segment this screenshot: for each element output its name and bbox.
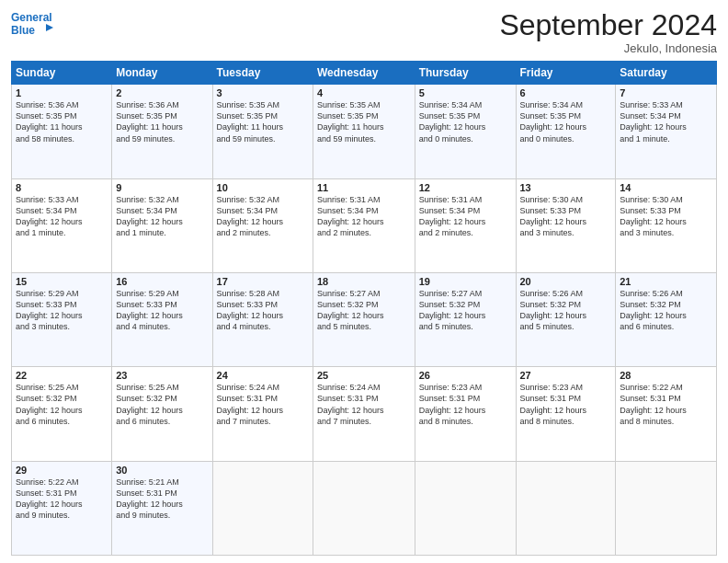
day-info: Sunrise: 5:35 AM Sunset: 5:35 PM Dayligh… bbox=[217, 99, 309, 144]
day-info: Sunrise: 5:35 AM Sunset: 5:35 PM Dayligh… bbox=[317, 99, 411, 144]
day-info: Sunrise: 5:23 AM Sunset: 5:31 PM Dayligh… bbox=[520, 382, 612, 427]
day-info: Sunrise: 5:32 AM Sunset: 5:34 PM Dayligh… bbox=[116, 194, 208, 239]
day-cell: 1Sunrise: 5:36 AM Sunset: 5:35 PM Daylig… bbox=[12, 85, 112, 178]
day-cell: 30Sunrise: 5:21 AM Sunset: 5:31 PM Dayli… bbox=[112, 461, 212, 555]
day-number: 8 bbox=[16, 182, 108, 193]
day-number: 13 bbox=[520, 182, 612, 193]
day-info: Sunrise: 5:34 AM Sunset: 5:35 PM Dayligh… bbox=[520, 99, 612, 144]
day-info: Sunrise: 5:27 AM Sunset: 5:32 PM Dayligh… bbox=[419, 288, 512, 333]
day-cell: 4Sunrise: 5:35 AM Sunset: 5:35 PM Daylig… bbox=[313, 85, 415, 178]
day-number: 12 bbox=[419, 182, 512, 193]
day-cell: 17Sunrise: 5:28 AM Sunset: 5:33 PM Dayli… bbox=[212, 272, 313, 366]
day-number: 25 bbox=[317, 370, 411, 381]
day-cell: 6Sunrise: 5:34 AM Sunset: 5:35 PM Daylig… bbox=[516, 85, 616, 178]
day-cell: 2Sunrise: 5:36 AM Sunset: 5:35 PM Daylig… bbox=[112, 85, 212, 178]
day-number: 26 bbox=[419, 370, 512, 381]
day-cell: 20Sunrise: 5:26 AM Sunset: 5:32 PM Dayli… bbox=[516, 272, 616, 366]
day-number: 22 bbox=[16, 370, 108, 381]
logo-svg: General Blue bbox=[11, 9, 57, 44]
day-info: Sunrise: 5:28 AM Sunset: 5:33 PM Dayligh… bbox=[217, 288, 309, 333]
day-cell: 5Sunrise: 5:34 AM Sunset: 5:35 PM Daylig… bbox=[415, 85, 516, 178]
day-cell: 27Sunrise: 5:23 AM Sunset: 5:31 PM Dayli… bbox=[516, 367, 616, 461]
day-info: Sunrise: 5:26 AM Sunset: 5:32 PM Dayligh… bbox=[620, 288, 712, 333]
day-cell: 18Sunrise: 5:27 AM Sunset: 5:32 PM Dayli… bbox=[313, 272, 415, 366]
week-row-2: 8Sunrise: 5:33 AM Sunset: 5:34 PM Daylig… bbox=[12, 178, 717, 272]
weekday-wednesday: Wednesday bbox=[313, 62, 415, 85]
day-cell bbox=[516, 461, 616, 555]
title-block: September 2024 Jekulo, Indonesia bbox=[499, 9, 717, 55]
day-cell bbox=[212, 461, 313, 555]
day-number: 2 bbox=[116, 87, 208, 98]
weekday-tuesday: Tuesday bbox=[212, 62, 313, 85]
day-number: 1 bbox=[16, 87, 108, 98]
day-info: Sunrise: 5:25 AM Sunset: 5:32 PM Dayligh… bbox=[116, 382, 208, 427]
week-row-4: 22Sunrise: 5:25 AM Sunset: 5:32 PM Dayli… bbox=[12, 367, 717, 461]
day-info: Sunrise: 5:25 AM Sunset: 5:32 PM Dayligh… bbox=[16, 382, 108, 427]
weekday-header-row: SundayMondayTuesdayWednesdayThursdayFrid… bbox=[12, 62, 717, 85]
header: General Blue September 2024 Jekulo, Indo… bbox=[11, 9, 717, 55]
day-cell: 26Sunrise: 5:23 AM Sunset: 5:31 PM Dayli… bbox=[415, 367, 516, 461]
day-cell: 28Sunrise: 5:22 AM Sunset: 5:31 PM Dayli… bbox=[616, 367, 717, 461]
day-cell bbox=[313, 461, 415, 555]
page: General Blue September 2024 Jekulo, Indo… bbox=[0, 0, 728, 563]
calendar-table: SundayMondayTuesdayWednesdayThursdayFrid… bbox=[11, 61, 717, 556]
day-number: 20 bbox=[520, 276, 612, 287]
day-number: 21 bbox=[620, 276, 712, 287]
day-info: Sunrise: 5:31 AM Sunset: 5:34 PM Dayligh… bbox=[317, 194, 411, 239]
day-number: 16 bbox=[116, 276, 208, 287]
logo: General Blue bbox=[11, 9, 57, 44]
day-cell: 14Sunrise: 5:30 AM Sunset: 5:33 PM Dayli… bbox=[616, 178, 717, 272]
day-cell: 16Sunrise: 5:29 AM Sunset: 5:33 PM Dayli… bbox=[112, 272, 212, 366]
svg-text:Blue: Blue bbox=[11, 24, 35, 37]
day-info: Sunrise: 5:29 AM Sunset: 5:33 PM Dayligh… bbox=[16, 288, 108, 333]
day-number: 28 bbox=[620, 370, 712, 381]
day-number: 6 bbox=[520, 87, 612, 98]
day-cell: 22Sunrise: 5:25 AM Sunset: 5:32 PM Dayli… bbox=[12, 367, 112, 461]
weekday-saturday: Saturday bbox=[616, 62, 717, 85]
day-cell: 7Sunrise: 5:33 AM Sunset: 5:34 PM Daylig… bbox=[616, 85, 717, 178]
day-cell bbox=[415, 461, 516, 555]
day-cell: 3Sunrise: 5:35 AM Sunset: 5:35 PM Daylig… bbox=[212, 85, 313, 178]
day-cell: 8Sunrise: 5:33 AM Sunset: 5:34 PM Daylig… bbox=[12, 178, 112, 272]
weekday-monday: Monday bbox=[112, 62, 212, 85]
day-number: 11 bbox=[317, 182, 411, 193]
day-info: Sunrise: 5:30 AM Sunset: 5:33 PM Dayligh… bbox=[620, 194, 712, 239]
month-title: September 2024 bbox=[499, 9, 717, 41]
day-number: 24 bbox=[217, 370, 309, 381]
day-cell: 23Sunrise: 5:25 AM Sunset: 5:32 PM Dayli… bbox=[112, 367, 212, 461]
day-info: Sunrise: 5:22 AM Sunset: 5:31 PM Dayligh… bbox=[16, 477, 108, 522]
day-cell: 13Sunrise: 5:30 AM Sunset: 5:33 PM Dayli… bbox=[516, 178, 616, 272]
day-info: Sunrise: 5:34 AM Sunset: 5:35 PM Dayligh… bbox=[419, 99, 512, 144]
svg-marker-2 bbox=[46, 24, 53, 31]
day-info: Sunrise: 5:32 AM Sunset: 5:34 PM Dayligh… bbox=[217, 194, 309, 239]
day-info: Sunrise: 5:29 AM Sunset: 5:33 PM Dayligh… bbox=[116, 288, 208, 333]
day-info: Sunrise: 5:36 AM Sunset: 5:35 PM Dayligh… bbox=[116, 99, 208, 144]
day-cell: 12Sunrise: 5:31 AM Sunset: 5:34 PM Dayli… bbox=[415, 178, 516, 272]
day-number: 27 bbox=[520, 370, 612, 381]
day-info: Sunrise: 5:31 AM Sunset: 5:34 PM Dayligh… bbox=[419, 194, 512, 239]
calendar-body: 1Sunrise: 5:36 AM Sunset: 5:35 PM Daylig… bbox=[12, 85, 717, 556]
day-cell: 11Sunrise: 5:31 AM Sunset: 5:34 PM Dayli… bbox=[313, 178, 415, 272]
day-info: Sunrise: 5:33 AM Sunset: 5:34 PM Dayligh… bbox=[16, 194, 108, 239]
day-cell: 15Sunrise: 5:29 AM Sunset: 5:33 PM Dayli… bbox=[12, 272, 112, 366]
day-number: 7 bbox=[620, 87, 712, 98]
location: Jekulo, Indonesia bbox=[499, 41, 717, 55]
day-cell: 25Sunrise: 5:24 AM Sunset: 5:31 PM Dayli… bbox=[313, 367, 415, 461]
day-number: 19 bbox=[419, 276, 512, 287]
day-cell: 24Sunrise: 5:24 AM Sunset: 5:31 PM Dayli… bbox=[212, 367, 313, 461]
day-number: 15 bbox=[16, 276, 108, 287]
day-info: Sunrise: 5:24 AM Sunset: 5:31 PM Dayligh… bbox=[317, 382, 411, 427]
day-number: 9 bbox=[116, 182, 208, 193]
weekday-sunday: Sunday bbox=[12, 62, 112, 85]
day-info: Sunrise: 5:23 AM Sunset: 5:31 PM Dayligh… bbox=[419, 382, 512, 427]
day-info: Sunrise: 5:36 AM Sunset: 5:35 PM Dayligh… bbox=[16, 99, 108, 144]
day-info: Sunrise: 5:27 AM Sunset: 5:32 PM Dayligh… bbox=[317, 288, 411, 333]
day-cell: 10Sunrise: 5:32 AM Sunset: 5:34 PM Dayli… bbox=[212, 178, 313, 272]
day-info: Sunrise: 5:26 AM Sunset: 5:32 PM Dayligh… bbox=[520, 288, 612, 333]
week-row-3: 15Sunrise: 5:29 AM Sunset: 5:33 PM Dayli… bbox=[12, 272, 717, 366]
day-cell: 29Sunrise: 5:22 AM Sunset: 5:31 PM Dayli… bbox=[12, 461, 112, 555]
day-info: Sunrise: 5:22 AM Sunset: 5:31 PM Dayligh… bbox=[620, 382, 712, 427]
day-number: 23 bbox=[116, 370, 208, 381]
day-info: Sunrise: 5:24 AM Sunset: 5:31 PM Dayligh… bbox=[217, 382, 309, 427]
day-number: 14 bbox=[620, 182, 712, 193]
